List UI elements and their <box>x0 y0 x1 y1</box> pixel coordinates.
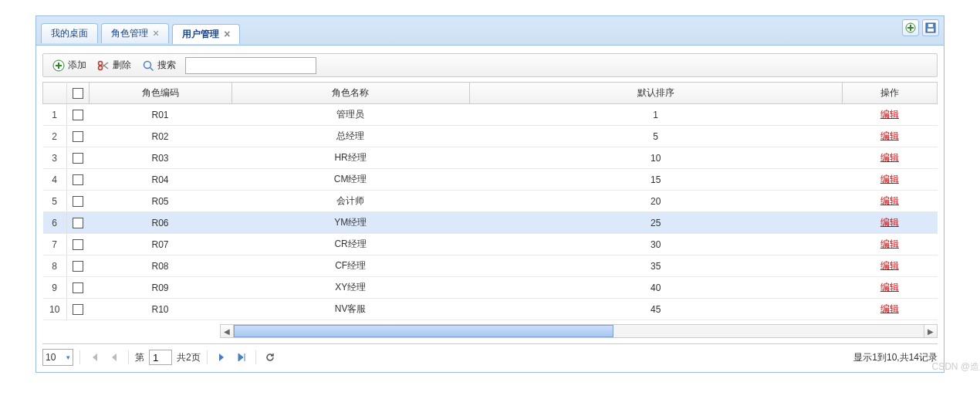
plus-icon <box>905 22 916 33</box>
edit-link[interactable]: 编辑 <box>880 303 899 314</box>
cell-op: 编辑 <box>842 212 937 234</box>
prev-page-icon <box>109 352 120 363</box>
row-checkbox[interactable] <box>66 169 89 191</box>
current-page-input[interactable] <box>149 350 172 365</box>
search-label: 搜索 <box>157 59 176 72</box>
edit-link[interactable]: 编辑 <box>880 174 899 184</box>
checkbox-icon <box>73 110 83 120</box>
search-button[interactable]: 搜索 <box>137 56 181 74</box>
table-row[interactable]: 2R02总经理5编辑 <box>43 126 938 147</box>
edit-link[interactable]: 编辑 <box>880 260 899 271</box>
row-checkbox[interactable] <box>66 104 89 126</box>
chevron-left-icon: ◀ <box>224 327 230 336</box>
tab-label: 用户管理 <box>182 28 219 41</box>
horizontal-scrollbar: ◀ ▶ <box>42 323 938 339</box>
add-header-button[interactable] <box>902 19 919 36</box>
cell-name: CR经理 <box>231 234 469 255</box>
edit-link[interactable]: 编辑 <box>880 217 899 228</box>
refresh-icon <box>265 352 275 363</box>
close-icon[interactable]: × <box>224 29 230 39</box>
next-page-icon <box>216 352 227 363</box>
header-row: 角色编码 角色名称 默认排序 操作 <box>43 83 938 104</box>
header-actions <box>902 19 939 36</box>
scroll-right-button[interactable]: ▶ <box>924 324 938 338</box>
cell-sort: 40 <box>469 277 842 299</box>
svg-rect-3 <box>928 24 933 27</box>
scissors-icon <box>97 59 110 72</box>
next-page-button[interactable] <box>214 350 229 365</box>
header-rownum <box>43 83 67 104</box>
edit-link[interactable]: 编辑 <box>880 282 899 293</box>
row-checkbox[interactable] <box>66 191 89 212</box>
header-sort[interactable]: 默认排序 <box>469 83 842 104</box>
table-row[interactable]: 5R05会计师20编辑 <box>43 191 938 212</box>
add-button[interactable]: 添加 <box>48 56 91 74</box>
edit-link[interactable]: 编辑 <box>880 109 899 120</box>
scroll-left-button[interactable]: ◀ <box>220 324 234 338</box>
app-window: 我的桌面角色管理×用户管理× 添加 删除 搜索 <box>35 15 945 373</box>
tab-0[interactable]: 我的桌面 <box>41 23 98 43</box>
table-row[interactable]: 9R09XY经理40编辑 <box>43 277 938 299</box>
row-checkbox[interactable] <box>66 212 89 234</box>
row-checkbox[interactable] <box>66 255 89 277</box>
chevron-down-icon: ▾ <box>66 353 70 361</box>
search-icon <box>142 59 154 72</box>
cell-name: XY经理 <box>231 277 469 299</box>
page-prefix-label: 第 <box>135 351 144 364</box>
scrollbar-track[interactable] <box>233 324 924 338</box>
edit-link[interactable]: 编辑 <box>880 152 899 163</box>
cell-op: 编辑 <box>842 104 937 126</box>
row-number: 4 <box>43 169 67 191</box>
row-number: 9 <box>43 277 67 299</box>
cell-sort: 35 <box>469 255 842 277</box>
row-number: 1 <box>43 104 67 126</box>
row-checkbox[interactable] <box>66 234 89 255</box>
table-row[interactable]: 1R01管理员1编辑 <box>43 104 938 126</box>
row-checkbox[interactable] <box>66 126 89 147</box>
cell-name: NV客服 <box>231 299 469 320</box>
row-checkbox[interactable] <box>66 147 89 169</box>
scrollbar-thumb[interactable] <box>234 325 613 337</box>
cell-sort: 10 <box>469 147 842 169</box>
save-header-button[interactable] <box>922 19 939 36</box>
cell-code: R06 <box>89 212 231 234</box>
edit-link[interactable]: 编辑 <box>880 195 899 206</box>
last-page-button[interactable] <box>234 350 249 365</box>
header-code[interactable]: 角色编码 <box>89 83 231 104</box>
first-page-button[interactable] <box>86 350 102 365</box>
table-row[interactable]: 8R08CF经理35编辑 <box>43 255 938 277</box>
header-name[interactable]: 角色名称 <box>231 83 469 104</box>
row-checkbox[interactable] <box>66 277 89 299</box>
cell-name: 会计师 <box>231 191 469 212</box>
edit-link[interactable]: 编辑 <box>880 130 899 141</box>
save-icon <box>925 22 936 33</box>
tab-label: 我的桌面 <box>51 27 88 40</box>
search-input[interactable] <box>185 57 316 74</box>
cell-code: R02 <box>89 126 231 147</box>
refresh-button[interactable] <box>262 350 278 365</box>
edit-link[interactable]: 编辑 <box>880 238 899 249</box>
cell-name: CF经理 <box>231 255 469 277</box>
table-row[interactable]: 3R03HR经理10编辑 <box>43 147 938 169</box>
table-row[interactable]: 10R10NV客服45编辑 <box>43 299 938 320</box>
tab-2[interactable]: 用户管理× <box>172 24 240 44</box>
tab-1[interactable]: 角色管理× <box>101 23 169 43</box>
cell-name: YM经理 <box>231 212 469 234</box>
row-number: 7 <box>43 234 67 255</box>
table-row[interactable]: 7R07CR经理30编辑 <box>43 234 938 255</box>
cell-code: R01 <box>89 104 231 126</box>
cell-name: 总经理 <box>231 126 469 147</box>
row-number: 5 <box>43 191 67 212</box>
prev-page-button[interactable] <box>106 350 122 365</box>
page-size-value: 10 <box>46 352 56 363</box>
table-row[interactable]: 4R04CM经理15编辑 <box>43 169 938 191</box>
table-row[interactable]: 6R06YM经理25编辑 <box>43 212 938 234</box>
row-number: 3 <box>43 147 67 169</box>
close-icon[interactable]: × <box>153 28 159 39</box>
header-checkbox[interactable] <box>66 83 89 104</box>
page-size-select[interactable]: 10 ▾ <box>42 349 73 366</box>
delete-button[interactable]: 删除 <box>93 56 136 74</box>
row-checkbox[interactable] <box>66 299 89 320</box>
delete-label: 删除 <box>113 59 131 72</box>
cell-op: 编辑 <box>842 126 937 147</box>
